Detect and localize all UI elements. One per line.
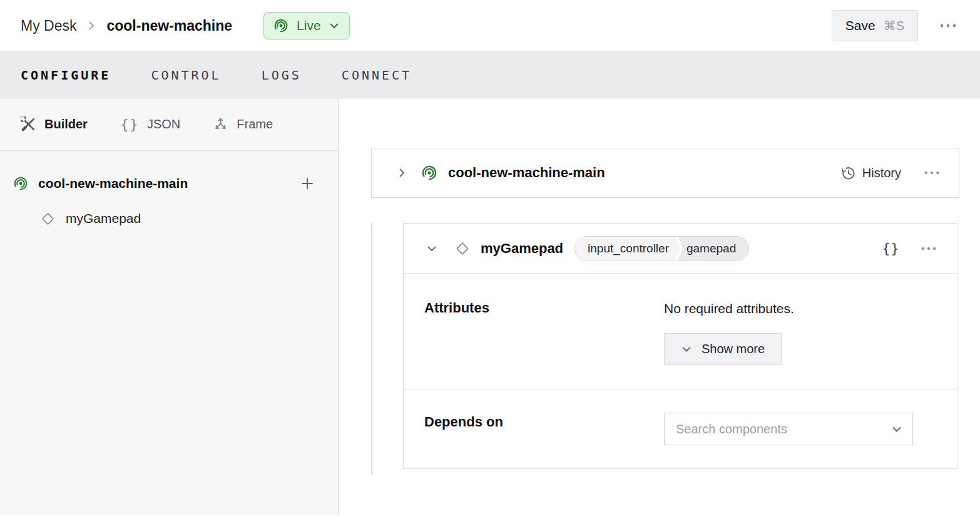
tree-item-component[interactable]: myGamepad bbox=[0, 201, 338, 236]
view-mode-switcher: Builder {} JSON Frame bbox=[0, 98, 338, 151]
broadcast-icon bbox=[421, 165, 437, 181]
chevron-down-icon bbox=[891, 425, 902, 433]
machine-part-menu-button[interactable] bbox=[921, 168, 942, 178]
tab-control[interactable]: CONTROL bbox=[151, 68, 221, 83]
chevron-down-icon bbox=[681, 345, 692, 353]
diamond-icon bbox=[454, 240, 471, 257]
component-card: myGamepad input_controller gamepad {} At… bbox=[403, 223, 957, 469]
plus-icon bbox=[300, 177, 314, 190]
tab-connect[interactable]: CONNECT bbox=[342, 68, 412, 83]
component-json-button[interactable]: {} bbox=[882, 240, 899, 256]
mode-builder[interactable]: Builder bbox=[21, 116, 88, 132]
depends-on-label: Depends on bbox=[424, 413, 664, 445]
save-button-label: Save bbox=[845, 18, 875, 33]
braces-icon: {} bbox=[120, 116, 139, 132]
ellipsis-icon bbox=[939, 23, 957, 28]
mode-json[interactable]: {} JSON bbox=[120, 116, 180, 132]
component-card-title: myGamepad bbox=[481, 240, 563, 257]
attributes-empty-text: No required attributes. bbox=[664, 299, 794, 316]
component-card-header: myGamepad input_controller gamepad {} bbox=[404, 224, 957, 274]
add-component-button[interactable] bbox=[298, 174, 317, 193]
content-area: Builder {} JSON Frame bbox=[0, 98, 980, 515]
component-type-badge: input_controller gamepad bbox=[574, 236, 749, 261]
nesting-guide-line bbox=[371, 222, 372, 475]
tree-item-machine-part[interactable]: cool-new-machine-main bbox=[0, 166, 338, 201]
mode-frame[interactable]: Frame bbox=[213, 116, 273, 132]
live-status-label: Live bbox=[297, 18, 321, 33]
history-button-label: History bbox=[862, 166, 901, 180]
depends-on-combobox[interactable] bbox=[664, 413, 913, 445]
frame-axes-icon bbox=[213, 116, 228, 132]
ellipsis-icon bbox=[921, 246, 937, 251]
chevron-down-icon bbox=[329, 22, 339, 29]
mode-builder-label: Builder bbox=[44, 117, 88, 132]
tab-configure[interactable]: CONFIGURE bbox=[21, 68, 111, 83]
badge-component-type: input_controller bbox=[575, 237, 680, 261]
breadcrumb-separator-icon bbox=[87, 19, 96, 32]
live-status-dropdown[interactable]: Live bbox=[263, 12, 350, 39]
history-clock-icon bbox=[840, 165, 856, 181]
tree-component-label: myGamepad bbox=[66, 211, 141, 226]
badge-component-model: gamepad bbox=[676, 237, 748, 261]
attributes-content: No required attributes. Show more bbox=[664, 299, 794, 365]
attributes-label: Attributes bbox=[424, 299, 664, 365]
config-sidebar: Builder {} JSON Frame bbox=[0, 98, 339, 515]
broadcast-icon bbox=[13, 176, 28, 191]
search-components-input[interactable] bbox=[676, 422, 891, 436]
expand-machine-part-button[interactable] bbox=[394, 163, 409, 182]
mode-json-label: JSON bbox=[147, 117, 180, 132]
machine-part-card-title: cool-new-machine-main bbox=[448, 165, 605, 181]
show-more-label: Show more bbox=[702, 342, 765, 356]
machine-part-card: cool-new-machine-main History bbox=[371, 148, 959, 198]
collapse-component-button[interactable] bbox=[422, 241, 441, 256]
attributes-section: Attributes No required attributes. Show … bbox=[404, 274, 957, 389]
machine-part-tree: cool-new-machine-main myGamepad bbox=[0, 151, 338, 236]
page-title: cool-new-machine bbox=[106, 18, 232, 34]
breadcrumb-parent-link[interactable]: My Desk bbox=[21, 18, 76, 34]
save-button[interactable]: Save ⌘S bbox=[832, 10, 918, 41]
save-shortcut-hint: ⌘S bbox=[884, 18, 904, 33]
depends-on-section: Depends on bbox=[404, 389, 957, 468]
history-button[interactable]: History bbox=[840, 165, 901, 181]
diamond-icon bbox=[39, 210, 56, 227]
broadcast-icon bbox=[273, 18, 288, 33]
topbar-overflow-menu-button[interactable] bbox=[937, 21, 959, 31]
tab-bar: CONFIGURE CONTROL LOGS CONNECT bbox=[0, 52, 980, 98]
breadcrumb: My Desk cool-new-machine bbox=[21, 18, 232, 34]
config-main-panel: cool-new-machine-main History bbox=[339, 98, 980, 515]
chevron-down-icon bbox=[425, 244, 439, 254]
mode-frame-label: Frame bbox=[237, 117, 273, 132]
ellipsis-icon bbox=[924, 170, 940, 175]
show-more-button[interactable]: Show more bbox=[664, 333, 782, 365]
tree-machine-part-label: cool-new-machine-main bbox=[38, 176, 188, 191]
component-menu-button[interactable] bbox=[918, 244, 939, 254]
topbar: My Desk cool-new-machine Live Save ⌘S bbox=[0, 0, 980, 52]
chevron-right-icon bbox=[397, 166, 407, 180]
tab-logs[interactable]: LOGS bbox=[262, 68, 302, 83]
tools-icon bbox=[21, 116, 36, 132]
